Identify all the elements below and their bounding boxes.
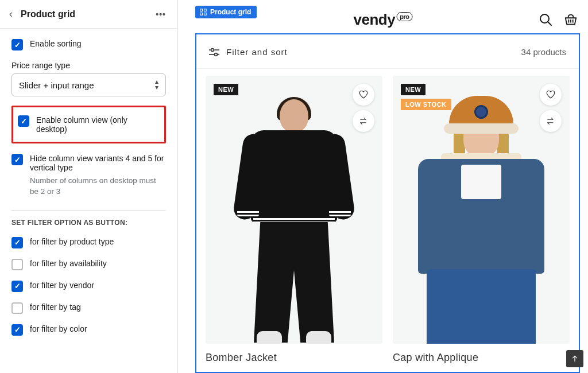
filter-availability-checkbox[interactable] — [11, 259, 23, 270]
enable-column-view-highlight: Enable column view (only desktop) — [11, 106, 166, 143]
scroll-to-top-button[interactable] — [566, 350, 583, 367]
collection-toolbar: Filter and sort 34 products — [196, 34, 579, 69]
search-icon[interactable] — [539, 13, 552, 26]
svg-point-12 — [215, 53, 218, 56]
sidebar-header: ‹ Product grid ••• — [0, 0, 177, 29]
price-range-value: Slider + input range — [19, 80, 94, 90]
section-tag[interactable]: Product grid — [195, 6, 257, 18]
brand-pro-badge: pro — [396, 12, 412, 21]
filter-availability-label: for filter by availability — [30, 259, 107, 268]
page-title: Product grid — [21, 9, 75, 20]
product-figure — [407, 91, 556, 344]
enable-column-view-checkbox[interactable] — [18, 115, 29, 127]
product-card[interactable]: NEW LOW STOCK — [393, 76, 570, 372]
filter-tag-option[interactable]: for filter by tag — [11, 302, 166, 314]
product-card[interactable]: NEW Bomber Jacket — [206, 76, 382, 372]
back-chevron-icon[interactable]: ‹ — [9, 8, 13, 20]
hide-variants-help: Number of columns on desktop must be 2 o… — [30, 176, 166, 197]
svg-point-10 — [211, 48, 214, 51]
divider — [11, 210, 166, 211]
wishlist-button[interactable] — [353, 84, 374, 106]
filter-color-checkbox[interactable] — [11, 324, 23, 336]
product-image: NEW LOW STOCK — [393, 76, 570, 344]
enable-sorting-option[interactable]: Enable sorting — [11, 39, 166, 50]
arrow-up-icon — [571, 355, 579, 363]
svg-rect-1 — [204, 9, 207, 11]
enable-sorting-checkbox[interactable] — [11, 39, 23, 50]
filter-tag-label: for filter by tag — [30, 302, 81, 312]
svg-point-4 — [540, 14, 549, 23]
filter-sort-button[interactable]: Filter and sort — [209, 47, 288, 57]
filter-vendor-option[interactable]: for filter by vendor — [11, 281, 166, 292]
basket-icon[interactable] — [564, 13, 578, 26]
filter-section-label: SET FILTER OPTION AS BUTTON: — [11, 219, 166, 227]
filter-product-type-option[interactable]: for filter by product type — [11, 237, 166, 248]
brand-logo[interactable]: vendypro — [354, 11, 413, 28]
select-caret-icon: ▴▾ — [155, 79, 158, 90]
section-tag-label: Product grid — [210, 8, 251, 16]
product-count: 34 products — [521, 47, 566, 57]
filter-color-option[interactable]: for filter by color — [11, 324, 166, 336]
hide-variants-checkbox[interactable] — [11, 154, 23, 165]
filter-sort-label: Filter and sort — [226, 47, 288, 57]
preview-canvas: Filter and sort 34 products NEW — [195, 33, 580, 373]
svg-rect-3 — [204, 13, 207, 15]
enable-sorting-label: Enable sorting — [30, 39, 82, 48]
product-figure — [239, 97, 349, 344]
enable-column-view-label: Enable column view (only desktop) — [36, 115, 158, 134]
filter-product-type-label: for filter by product type — [30, 237, 114, 246]
svg-rect-2 — [200, 13, 203, 15]
compare-icon — [359, 116, 368, 126]
new-badge: NEW — [214, 84, 238, 95]
more-icon[interactable]: ••• — [156, 10, 166, 19]
compare-button[interactable] — [353, 110, 374, 132]
price-range-field-label: Price range type — [11, 61, 166, 70]
price-range-select[interactable]: Slider + input range ▴▾ — [11, 73, 166, 96]
filter-product-type-checkbox[interactable] — [11, 237, 23, 248]
filter-vendor-label: for filter by vendor — [30, 281, 94, 290]
grid-icon — [200, 9, 207, 15]
hide-variants-option[interactable]: Hide column view variants 4 and 5 for ve… — [11, 154, 166, 197]
filter-tag-checkbox[interactable] — [11, 302, 23, 314]
filter-color-label: for filter by color — [30, 324, 87, 333]
svg-rect-0 — [200, 9, 203, 11]
filter-vendor-checkbox[interactable] — [11, 281, 23, 292]
enable-column-view-option[interactable]: Enable column view (only desktop) — [18, 115, 158, 134]
svg-line-5 — [548, 22, 552, 26]
product-image: NEW — [206, 76, 382, 344]
product-title: Bomber Jacket — [206, 352, 382, 364]
product-title: Cap with Applique — [393, 352, 570, 364]
filter-icon — [209, 48, 219, 57]
heart-icon — [358, 90, 369, 100]
filter-availability-option[interactable]: for filter by availability — [11, 259, 166, 270]
hide-variants-label: Hide column view variants 4 and 5 for ve… — [30, 154, 166, 172]
